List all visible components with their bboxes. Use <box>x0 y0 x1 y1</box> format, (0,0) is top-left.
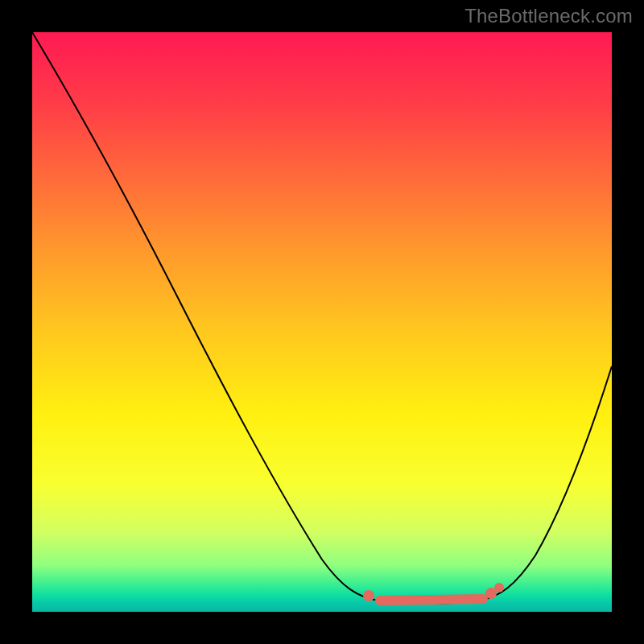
chart-stage: TheBottleneck.com <box>0 0 644 644</box>
optimal-range-segment <box>380 599 483 601</box>
plot-area <box>32 32 612 612</box>
optimal-range-end-dot-2 <box>494 583 504 592</box>
watermark-text: TheBottleneck.com <box>464 5 633 27</box>
bottleneck-curve <box>32 32 612 604</box>
plot-svg <box>32 32 612 612</box>
optimal-range-start-dot <box>363 590 374 601</box>
